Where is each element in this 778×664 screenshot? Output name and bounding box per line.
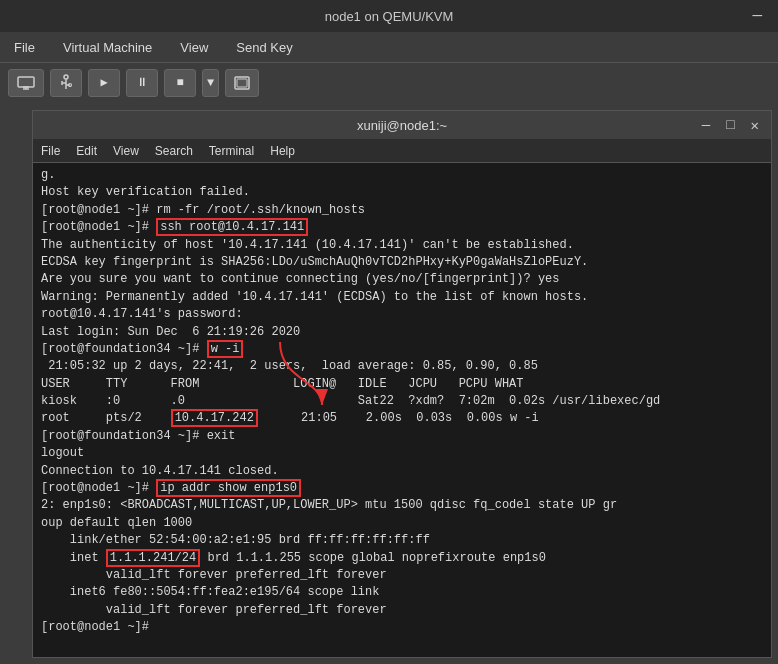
line-4: [root@node1 ~]# ssh root@10.4.17.141 — [41, 219, 763, 236]
ssh-command-highlight: ssh root@10.4.17.141 — [156, 218, 308, 236]
terminal-titlebar: xuniji@node1:~ — □ ✕ — [33, 111, 771, 139]
terminal-menu-search[interactable]: Search — [151, 142, 197, 160]
minimize-button[interactable]: — — [752, 7, 762, 25]
svg-rect-0 — [18, 77, 34, 87]
stop-button[interactable]: ■ — [164, 69, 196, 97]
line-21: oup default qlen 1000 — [41, 515, 763, 532]
w-command-highlight: w -i — [207, 340, 244, 358]
window-title: node1 on QEMU/KVM — [325, 9, 454, 24]
terminal-menu-terminal[interactable]: Terminal — [205, 142, 258, 160]
play-button[interactable]: ▶ — [88, 69, 120, 97]
line-22: link/ether 52:54:00:a2:e1:95 brd ff:ff:f… — [41, 532, 763, 549]
terminal-maximize-button[interactable]: □ — [722, 117, 738, 134]
svg-point-4 — [64, 75, 68, 79]
ip-addr-command-highlight: ip addr show enp1s0 — [156, 479, 301, 497]
line-1: g. — [41, 167, 763, 184]
line-3: [root@node1 ~]# rm -fr /root/.ssh/known_… — [41, 202, 763, 219]
line-23: inet 1.1.1.241/24 brd 1.1.1.255 scope gl… — [41, 550, 763, 567]
line-16: [root@foundation34 ~]# exit — [41, 428, 763, 445]
power-dropdown[interactable]: ▼ — [202, 69, 219, 97]
terminal-window: xuniji@node1:~ — □ ✕ File Edit View Sear… — [32, 110, 772, 658]
line-26: valid_lft forever preferred_lft forever — [41, 602, 763, 619]
terminal-menu-file[interactable]: File — [37, 142, 64, 160]
monitor-button[interactable] — [8, 69, 44, 97]
fullscreen-button[interactable] — [225, 69, 259, 97]
pause-button[interactable]: ⏸ — [126, 69, 158, 97]
terminal-menu: File Edit View Search Terminal Help — [33, 139, 771, 163]
line-5: The authenticity of host '10.4.17.141 (1… — [41, 237, 763, 254]
line-10: Last login: Sun Dec 6 21:19:26 2020 — [41, 324, 763, 341]
outer-menu-bar: File Virtual Machine View Send Key — [0, 32, 778, 62]
menu-send-key[interactable]: Send Key — [230, 38, 298, 57]
line-15: root pts/2 10.4.17.242 21:05 2.00s 0.03s… — [41, 410, 763, 427]
usb-button[interactable] — [50, 69, 82, 97]
line-6: ECDSA key fingerprint is SHA256:LDo/uSmc… — [41, 254, 763, 271]
line-19: [root@node1 ~]# ip addr show enp1s0 — [41, 480, 763, 497]
line-18: Connection to 10.4.17.141 closed. — [41, 463, 763, 480]
line-24: valid_lft forever preferred_lft forever — [41, 567, 763, 584]
line-9: root@10.4.17.141's password: — [41, 306, 763, 323]
menu-file[interactable]: File — [8, 38, 41, 57]
line-11: [root@foundation34 ~]# w -i — [41, 341, 763, 358]
terminal-close-button[interactable]: ✕ — [747, 117, 763, 134]
line-27: [root@node1 ~]# — [41, 619, 763, 636]
line-12: 21:05:32 up 2 days, 22:41, 2 users, load… — [41, 358, 763, 375]
line-20: 2: enp1s0: <BROADCAST,MULTICAST,UP,LOWER… — [41, 497, 763, 514]
menu-view[interactable]: View — [174, 38, 214, 57]
line-2: Host key verification failed. — [41, 184, 763, 201]
menu-virtual-machine[interactable]: Virtual Machine — [57, 38, 158, 57]
terminal-menu-view[interactable]: View — [109, 142, 143, 160]
line-7: Are you sure you want to continue connec… — [41, 271, 763, 288]
terminal-menu-help[interactable]: Help — [266, 142, 299, 160]
line-25: inet6 fe80::5054:ff:fea2:e195/64 scope l… — [41, 584, 763, 601]
svg-rect-11 — [237, 79, 247, 87]
line-8: Warning: Permanently added '10.4.17.141'… — [41, 289, 763, 306]
terminal-controls: — □ ✕ — [698, 117, 763, 134]
ip-from-highlight: 10.4.17.242 — [171, 409, 258, 427]
terminal-content[interactable]: g. Host key verification failed. [root@n… — [33, 163, 771, 657]
toolbar: ▶ ⏸ ■ ▼ — [0, 62, 778, 102]
title-bar: node1 on QEMU/KVM — — [0, 0, 778, 32]
line-14: kiosk :0 .0 Sat22 ?xdm? 7:02m 0.02s /usr… — [41, 393, 763, 410]
terminal-title: xuniji@node1:~ — [357, 118, 447, 133]
inet-addr-highlight: 1.1.1.241/24 — [106, 549, 200, 567]
line-17: logout — [41, 445, 763, 462]
terminal-menu-edit[interactable]: Edit — [72, 142, 101, 160]
line-13: USER TTY FROM LOGIN@ IDLE JCPU PCPU WHAT — [41, 376, 763, 393]
terminal-minimize-button[interactable]: — — [698, 117, 714, 134]
